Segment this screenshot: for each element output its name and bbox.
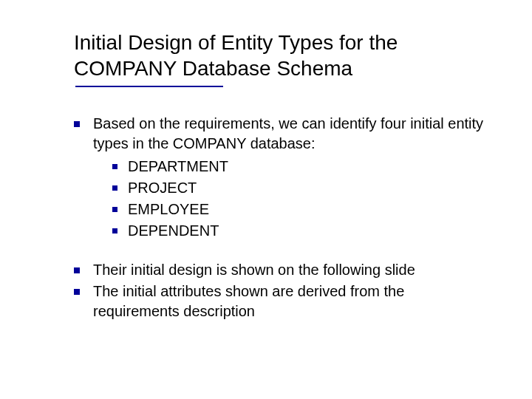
slide-title: Initial Design of Entity Types for the C… [74,30,491,81]
bullet-square-icon [74,289,80,295]
bullet-point-2: Their initial design is shown on the fol… [74,260,491,280]
slide: Initial Design of Entity Types for the C… [0,0,532,399]
entity-label: EMPLOYEE [128,200,491,219]
bullet-square-icon [112,185,117,191]
bullet-point-2-text: Their initial design is shown on the fol… [93,260,491,280]
bullet-square-icon [112,164,117,169]
bullet-square-icon [112,207,117,212]
bullet-point-3: The initial attributes shown are derived… [74,282,491,321]
bullet-point-3-text: The initial attributes shown are derived… [93,282,491,321]
entity-label: PROJECT [128,178,491,198]
entity-label: DEPARTMENT [128,157,491,177]
entity-item: DEPARTMENT [112,157,491,177]
bullet-square-icon [74,267,80,273]
bullet-square-icon [112,228,117,233]
title-underline [75,86,223,87]
entity-item: EMPLOYEE [112,200,491,219]
slide-body: Based on the requirements, we can identi… [74,114,491,321]
bullet-square-icon [74,121,80,127]
entity-label: DEPENDENT [128,221,491,241]
entity-list: DEPARTMENT PROJECT EMPLOYEE DEPENDENT [93,157,491,241]
bullet-block-2: Their initial design is shown on the fol… [74,260,491,321]
entity-item: DEPENDENT [112,221,491,241]
bullet-intro: Based on the requirements, we can identi… [74,114,491,242]
entity-item: PROJECT [112,178,491,198]
bullet-intro-text: Based on the requirements, we can identi… [93,115,483,151]
